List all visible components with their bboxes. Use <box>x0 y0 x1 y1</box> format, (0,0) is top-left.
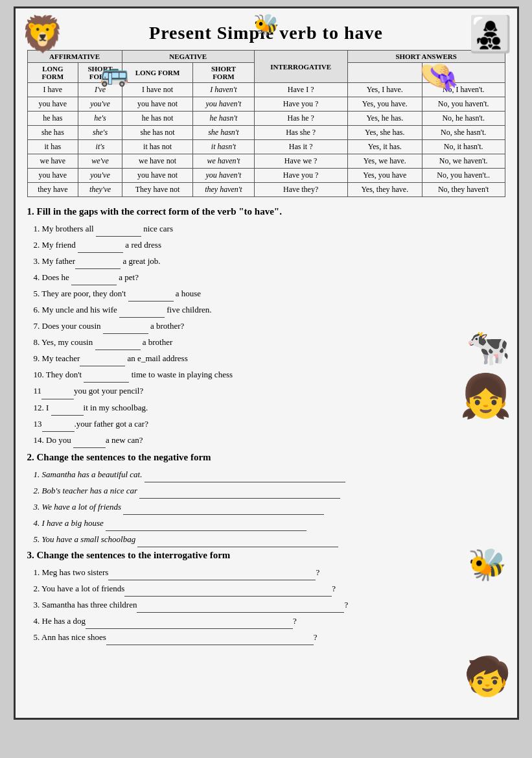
list-item: 2. You have a lot of friends? <box>34 581 505 597</box>
list-item: 3. Samantha has three children? <box>34 597 505 613</box>
short-form-neg-header: SHORTFORM <box>193 63 254 83</box>
table-cell-1-2: you have not <box>122 97 193 112</box>
list-item: 9. My teacher an e_mail address <box>34 351 505 366</box>
table-cell-0-0: I have <box>27 83 78 97</box>
negative-header: NEGATIVE <box>122 51 254 63</box>
section3-exercises: 1. Meg has two sisters?2. You have a lot… <box>27 565 505 645</box>
table-cell-3-5: Yes, she has. <box>347 126 422 140</box>
list-item: 6. My uncle and his wife five children. <box>34 302 505 318</box>
table-cell-3-0: she has <box>27 126 78 140</box>
table-cell-4-3: it hasn't <box>193 140 254 154</box>
table-cell-5-6: No, we haven't. <box>422 154 505 169</box>
table-row: she hasshe'sshe has notshe hasn'tHas she… <box>27 126 505 140</box>
list-item: 7. Does your cousin a brother? <box>34 318 505 334</box>
table-cell-6-2: you have not <box>122 169 193 183</box>
list-item: 5. You have a small schoolbag <box>34 532 505 547</box>
section2-exercises: 1. Samantha has a beautiful cat. 2. Bob'… <box>27 467 505 547</box>
table-cell-5-5: Yes, we have. <box>347 154 422 169</box>
list-item: 13.your father got a car? <box>34 416 505 432</box>
list-item: 14. Do you a new can? <box>34 432 505 448</box>
table-cell-1-1: you've <box>78 97 122 112</box>
interrogative-header: INTERROGATIVE <box>254 51 347 83</box>
long-form-aff-header: LONGFORM <box>27 63 78 83</box>
table-cell-5-1: we've <box>78 154 122 169</box>
table-cell-7-3: they haven't <box>193 183 254 197</box>
list-item: 4. I have a big house <box>34 515 505 531</box>
table-row: they havethey'veThey have notthey haven'… <box>27 183 505 197</box>
yes-header <box>347 63 422 83</box>
table-cell-2-4: Has he ? <box>254 112 347 126</box>
girl-hat-decoration: 👒 <box>419 57 459 95</box>
list-item: 2. My friend a red dress <box>34 237 505 253</box>
list-item: 2. Bob's teacher has a nice car <box>34 483 505 499</box>
list-item: 5. Ann has nice shoes? <box>34 630 505 645</box>
table-cell-6-6: No, you haven't.. <box>422 169 505 183</box>
table-cell-2-5: Yes, he has. <box>347 112 422 126</box>
table-cell-1-4: Have you ? <box>254 97 347 112</box>
table-cell-1-5: Yes, you have. <box>347 97 422 112</box>
table-cell-6-0: you have <box>27 169 78 183</box>
table-cell-2-1: he's <box>78 112 122 126</box>
cow-decoration: 🐄 <box>466 326 511 368</box>
table-cell-3-1: she's <box>78 126 122 140</box>
section3-title: 3. Change the sentences to the interroga… <box>27 550 505 561</box>
table-cell-4-1: it's <box>78 140 122 154</box>
table-cell-4-2: it has not <box>122 140 193 154</box>
table-cell-6-3: you haven't <box>193 169 254 183</box>
table-cell-4-4: Has it ? <box>254 140 347 154</box>
table-cell-4-0: it has <box>27 140 78 154</box>
table-cell-0-2: I have not <box>122 83 193 97</box>
section2-title: 2. Change the sentences to the negative … <box>27 452 505 463</box>
bee-decoration-bottom: 🐝 <box>468 547 507 583</box>
table-cell-1-0: you have <box>27 97 78 112</box>
list-item: 11you got your pencil? <box>34 383 505 399</box>
list-item: 3. We have a lot of friends <box>34 499 505 515</box>
table-cell-6-5: Yes, you have <box>347 169 422 183</box>
list-item: 4. Does he a pet? <box>34 270 505 285</box>
table-cell-7-4: Have they? <box>254 183 347 197</box>
table-cell-0-5: Yes, I have. <box>347 83 422 97</box>
lion-decoration: 🦁 <box>21 14 64 54</box>
table-cell-5-4: Have we ? <box>254 154 347 169</box>
table-cell-2-2: he has not <box>122 112 193 126</box>
list-item: 1. Samantha has a beautiful cat. <box>34 467 505 482</box>
table-cell-7-5: Yes, they have. <box>347 183 422 197</box>
table-row: you haveyou'veyou have notyou haven'tHav… <box>27 169 505 183</box>
table-cell-5-3: we haven't <box>193 154 254 169</box>
table-row: you haveyou'veyou have notyou haven'tHav… <box>27 97 505 112</box>
bee-decoration-top: 🐝 <box>253 12 279 37</box>
table-cell-3-2: she has not <box>122 126 193 140</box>
table-cell-3-6: No, she hasn't. <box>422 126 505 140</box>
table-cell-4-6: No, it hasn't. <box>422 140 505 154</box>
table-row: we havewe'vewe have notwe haven'tHave we… <box>27 154 505 169</box>
list-item: 12. I it in my schoolbag. <box>34 400 505 416</box>
table-cell-7-1: they've <box>78 183 122 197</box>
list-item: 4. He has a dog? <box>34 613 505 629</box>
list-item: 1. Meg has two sisters? <box>34 565 505 580</box>
table-cell-7-6: No, they haven't <box>422 183 505 197</box>
list-item: 8. Yes, my cousin a brother <box>34 335 505 350</box>
table-cell-4-5: Yes, it has. <box>347 140 422 154</box>
table-cell-1-3: you haven't <box>193 97 254 112</box>
long-form-neg-header: LONG FORM <box>122 63 193 83</box>
table-cell-7-0: they have <box>27 183 78 197</box>
table-cell-7-2: They have not <box>122 183 193 197</box>
party-girl-decoration: 👧 <box>459 372 512 421</box>
list-item: 10. They don't time to waste in playing … <box>34 367 505 383</box>
child-calendar-decoration: 🧒 <box>464 654 511 698</box>
section1-exercises: 1. My brothers all nice cars2. My friend… <box>27 221 505 448</box>
table-cell-1-6: No, you haven't. <box>422 97 505 112</box>
table-cell-5-2: we have not <box>122 154 193 169</box>
table-cell-6-4: Have you ? <box>254 169 347 183</box>
list-item: 1. My brothers all nice cars <box>34 221 505 237</box>
worksheet-page: 🐝 🦁 👩‍👧‍👦 🚌 👒 Present Simple verb to hav… <box>14 6 519 720</box>
list-item: 5. They are poor, they don't a house <box>34 286 505 302</box>
bus-decoration: 🚌 <box>100 60 129 88</box>
table-row: it hasit'sit has notit hasn'tHas it ?Yes… <box>27 140 505 154</box>
table-cell-3-3: she hasn't <box>193 126 254 140</box>
table-cell-0-4: Have I ? <box>254 83 347 97</box>
table-cell-0-3: I haven't <box>193 83 254 97</box>
table-cell-6-1: you've <box>78 169 122 183</box>
table-cell-2-6: No, he hasn't. <box>422 112 505 126</box>
students-decoration: 👩‍👧‍👦 <box>468 14 512 54</box>
